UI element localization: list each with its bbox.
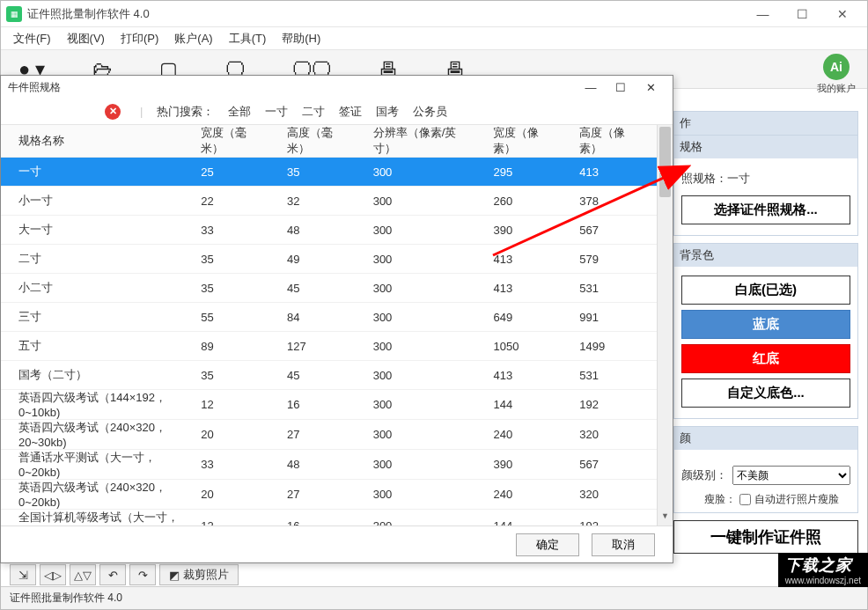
rp-header-spec: 规格 xyxy=(673,135,858,158)
make-photo-button[interactable]: 一键制作证件照 xyxy=(673,520,858,554)
crop-button[interactable]: ◩裁剪照片 xyxy=(159,564,239,585)
table-row[interactable]: 小二寸3545300413531 xyxy=(1,274,657,303)
table-row[interactable]: 二寸3549300413579 xyxy=(1,245,657,274)
bg-white-button[interactable]: 白底(已选) xyxy=(681,276,850,305)
th-hmm[interactable]: 高度（毫米） xyxy=(278,125,364,158)
ai-account[interactable]: Ai 我的账户 xyxy=(814,54,858,95)
watermark: 下载之家 www.windowszj.net xyxy=(778,553,868,587)
menu-bar: 文件(F) 视图(V) 打印(P) 账户(A) 工具(T) 帮助(H) xyxy=(1,27,867,50)
hot-visa[interactable]: 签证 xyxy=(339,104,362,120)
status-bar: 证件照批量制作软件 4.0 xyxy=(1,586,867,609)
rotate-l-icon[interactable]: ↶ xyxy=(99,564,126,585)
beauty-label: 颜级别： xyxy=(681,467,727,483)
th-wpx[interactable]: 宽度（像素） xyxy=(484,125,570,158)
rp-header-bg: 背景色 xyxy=(673,243,858,267)
menu-view[interactable]: 视图(V) xyxy=(67,31,105,47)
ai-label: 我的账户 xyxy=(814,82,858,95)
th-wmm[interactable]: 宽度（毫米） xyxy=(192,125,278,158)
bg-red-button[interactable]: 红底 xyxy=(681,344,850,373)
dialog-min-button[interactable]: — xyxy=(576,81,606,94)
table-row[interactable]: 国考（二寸）3545300413531 xyxy=(1,361,657,390)
spec-dialog: 牛件照规格 — ☐ ✕ ✕ | 热门搜索： 全部 一寸 二寸 签证 国考 公务员… xyxy=(0,75,673,563)
thin-label: 瘦脸： xyxy=(704,492,736,507)
vertical-scrollbar[interactable]: ▲ ▼ xyxy=(657,125,673,525)
bg-blue-button[interactable]: 蓝底 xyxy=(681,310,850,339)
table-row[interactable]: 大一寸3348300390567 xyxy=(1,216,657,245)
spec-line: 照规格：一寸 xyxy=(681,171,850,187)
table-row[interactable]: 英语四六级考试（240×320，20~30kb)2027300240320 xyxy=(1,420,657,450)
th-dpi[interactable]: 分辨率（像素/英寸） xyxy=(364,125,485,158)
table-row[interactable]: 三寸5584300649991 xyxy=(1,303,657,332)
rotate-r-icon[interactable]: ↷ xyxy=(129,564,156,585)
table-row[interactable]: 全国计算机等级考试（大一寸，144×192，25~200kb)121630014… xyxy=(1,510,657,526)
table-row[interactable]: 一寸2535300295413 xyxy=(1,158,657,187)
bg-custom-button[interactable]: 自定义底色... xyxy=(681,378,850,408)
hot-all[interactable]: 全部 xyxy=(228,104,251,120)
table-row[interactable]: 普通话水平测试（大一寸，0~20kb)3348300390567 xyxy=(1,450,657,480)
menu-tools[interactable]: 工具(T) xyxy=(229,31,267,47)
ai-icon: Ai xyxy=(823,54,850,80)
select-spec-button[interactable]: 选择证件照规格... xyxy=(681,195,850,224)
app-icon: ▦ xyxy=(6,6,22,22)
dialog-max-button[interactable]: ☐ xyxy=(606,81,636,94)
th-hpx[interactable]: 高度（像素） xyxy=(570,125,657,158)
thin-cb-label: 自动进行照片瘦脸 xyxy=(754,492,839,507)
menu-help[interactable]: 帮助(H) xyxy=(282,31,320,47)
scroll-thumb[interactable] xyxy=(659,127,671,197)
close-button[interactable]: ✕ xyxy=(822,2,862,26)
table-row[interactable]: 五寸8912730010501499 xyxy=(1,332,657,361)
zoom-fit-icon[interactable]: ⇲ xyxy=(10,564,36,585)
hot-label: 热门搜索： xyxy=(157,104,214,120)
crop-icon: ◩ xyxy=(169,569,180,582)
flip-v-icon[interactable]: △▽ xyxy=(70,564,96,585)
hot-2in[interactable]: 二寸 xyxy=(302,104,325,120)
cancel-button[interactable]: 取消 xyxy=(592,533,655,556)
hot-guokao[interactable]: 国考 xyxy=(376,104,399,120)
menu-account[interactable]: 账户(A) xyxy=(174,31,212,47)
app-title: 证件照批量制作软件 4.0 xyxy=(27,6,743,22)
dialog-close-button[interactable]: ✕ xyxy=(636,81,666,94)
ok-button[interactable]: 确定 xyxy=(516,533,579,556)
menu-print[interactable]: 打印(P) xyxy=(121,31,158,47)
th-name[interactable]: 规格名称 xyxy=(1,125,192,158)
beauty-select[interactable]: 不美颜 xyxy=(732,466,850,485)
menu-file[interactable]: 文件(F) xyxy=(13,31,51,47)
table-row[interactable]: 小一寸2232300260378 xyxy=(1,187,657,216)
rp-header-op: 作 xyxy=(673,111,858,135)
flip-h-icon[interactable]: ◁▷ xyxy=(40,564,66,585)
maximize-button[interactable]: ☐ xyxy=(783,2,822,26)
spec-table: 规格名称 宽度（毫米） 高度（毫米） 分辨率（像素/英寸） 宽度（像素） 高度（… xyxy=(1,125,657,525)
thin-checkbox[interactable] xyxy=(739,494,751,505)
table-row[interactable]: 英语四六级考试（240×320，0~20kb)2027300240320 xyxy=(1,480,657,510)
main-titlebar: ▦ 证件照批量制作软件 4.0 — ☐ ✕ xyxy=(1,1,867,27)
dialog-title: 牛件照规格 xyxy=(8,80,576,95)
scroll-down-icon[interactable]: ▼ xyxy=(658,511,673,525)
minimize-button[interactable]: — xyxy=(743,2,783,26)
status-text: 证件照批量制作软件 4.0 xyxy=(10,591,122,606)
table-row[interactable]: 英语四六级考试（144×192，0~10kb)1216300144192 xyxy=(1,390,657,420)
hot-gwy[interactable]: 公务员 xyxy=(413,104,447,120)
clear-search-icon[interactable]: ✕ xyxy=(105,104,121,120)
hot-1in[interactable]: 一寸 xyxy=(265,104,288,120)
rp-header-beauty: 颜 xyxy=(673,426,858,450)
